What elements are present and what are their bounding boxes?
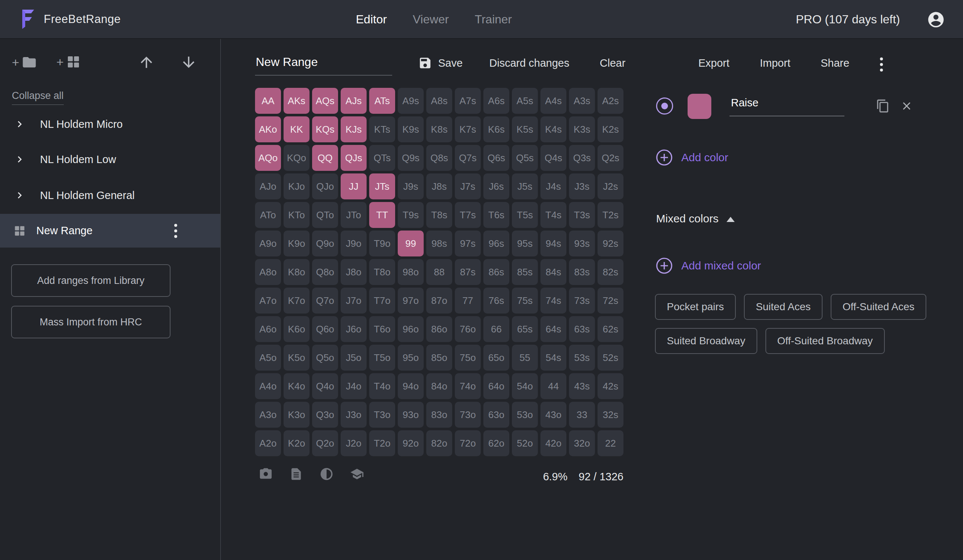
hand-cell-93s[interactable]: 93s <box>569 230 595 256</box>
hand-cell-QQ[interactable]: QQ <box>312 145 338 171</box>
hand-cell-84s[interactable]: 84s <box>540 259 566 285</box>
collapse-all-link[interactable]: Collapse all <box>12 90 64 105</box>
hand-cell-J4o[interactable]: J4o <box>340 373 366 399</box>
hand-cell-A7o[interactable]: A7o <box>255 288 281 314</box>
hand-cell-54s[interactable]: 54s <box>540 345 566 371</box>
hand-cell-J8o[interactable]: J8o <box>340 259 366 285</box>
hand-cell-A3o[interactable]: A3o <box>255 402 281 428</box>
hand-cell-A8s[interactable]: A8s <box>426 88 452 114</box>
hand-cell-A7s[interactable]: A7s <box>455 88 481 114</box>
hand-cell-74o[interactable]: 74o <box>455 373 481 399</box>
hand-cell-94s[interactable]: 94s <box>540 230 566 256</box>
hand-cell-A4o[interactable]: A4o <box>255 373 281 399</box>
hand-cell-43o[interactable]: 43o <box>540 402 566 428</box>
hand-cell-42s[interactable]: 42s <box>598 373 624 399</box>
hand-cell-K6s[interactable]: K6s <box>483 117 509 142</box>
hand-cell-72s[interactable]: 72s <box>598 288 624 314</box>
hand-cell-Q3s[interactable]: Q3s <box>569 145 595 171</box>
hand-cell-84o[interactable]: 84o <box>426 373 452 399</box>
hand-cell-K7o[interactable]: K7o <box>284 288 310 314</box>
hand-cell-64o[interactable]: 64o <box>483 373 509 399</box>
color-swatch[interactable] <box>687 94 711 119</box>
hand-cell-62o[interactable]: 62o <box>483 430 509 456</box>
hand-cell-85o[interactable]: 85o <box>426 345 452 371</box>
hand-cell-73o[interactable]: 73o <box>455 402 481 428</box>
hand-cell-J4s[interactable]: J4s <box>540 173 566 199</box>
hand-cell-J2o[interactable]: J2o <box>340 430 366 456</box>
move-down-button[interactable] <box>180 54 197 71</box>
mass-import-from-hrc-button[interactable]: Mass Import from HRC <box>11 306 170 338</box>
hand-cell-95s[interactable]: 95s <box>512 230 538 256</box>
discard-changes-button[interactable]: Discard changes <box>489 39 569 87</box>
hand-cell-62s[interactable]: 62s <box>598 316 624 342</box>
color-radio-button[interactable] <box>656 97 673 115</box>
hand-cell-KTo[interactable]: KTo <box>284 202 310 228</box>
hand-cell-KJs[interactable]: KJs <box>340 117 366 142</box>
hand-cell-QJo[interactable]: QJo <box>312 173 338 199</box>
hand-cell-44[interactable]: 44 <box>540 373 566 399</box>
hand-cell-J7s[interactable]: J7s <box>455 173 481 199</box>
hand-cell-Q6o[interactable]: Q6o <box>312 316 338 342</box>
hand-cell-32s[interactable]: 32s <box>598 402 624 428</box>
hand-cell-AA[interactable]: AA <box>255 88 281 114</box>
hand-cell-22[interactable]: 22 <box>598 430 624 456</box>
hand-cell-ATo[interactable]: ATo <box>255 202 281 228</box>
hand-cell-92s[interactable]: 92s <box>598 230 624 256</box>
save-button[interactable]: Save <box>418 39 463 87</box>
hand-cell-Q7o[interactable]: Q7o <box>312 288 338 314</box>
hand-cell-86o[interactable]: 86o <box>426 316 452 342</box>
range-menu-kebab-icon[interactable] <box>172 222 179 240</box>
sidebar-folder-nl-holdem-low[interactable]: NL Holdem Low <box>0 146 220 172</box>
hand-cell-Q4o[interactable]: Q4o <box>312 373 338 399</box>
hand-cell-QTs[interactable]: QTs <box>369 145 395 171</box>
hand-cell-96o[interactable]: 96o <box>398 316 424 342</box>
hand-cell-97o[interactable]: 97o <box>398 288 424 314</box>
hand-cell-K3s[interactable]: K3s <box>569 117 595 142</box>
add-color-button[interactable]: Add color <box>655 149 728 167</box>
add-folder-button[interactable]: + <box>12 55 37 70</box>
hand-cell-52s[interactable]: 52s <box>598 345 624 371</box>
hand-cell-83s[interactable]: 83s <box>569 259 595 285</box>
hand-cell-T6s[interactable]: T6s <box>483 202 509 228</box>
hand-cell-KQs[interactable]: KQs <box>312 117 338 142</box>
hand-cell-A2s[interactable]: A2s <box>598 88 624 114</box>
hand-cell-73s[interactable]: 73s <box>569 288 595 314</box>
hand-cell-K9o[interactable]: K9o <box>284 230 310 256</box>
mixed-colors-toggle[interactable]: Mixed colors <box>656 212 734 225</box>
hand-cell-74s[interactable]: 74s <box>540 288 566 314</box>
hand-cell-43s[interactable]: 43s <box>569 373 595 399</box>
hand-cell-KJo[interactable]: KJo <box>284 173 310 199</box>
hand-cell-A5o[interactable]: A5o <box>255 345 281 371</box>
hand-cell-86s[interactable]: 86s <box>483 259 509 285</box>
add-range-button[interactable]: + <box>56 55 81 69</box>
hand-cell-AJs[interactable]: AJs <box>340 88 366 114</box>
sidebar-folder-nl-holdem-micro[interactable]: NL Holdem Micro <box>0 111 220 137</box>
hand-cell-T4s[interactable]: T4s <box>540 202 566 228</box>
hand-cell-A5s[interactable]: A5s <box>512 88 538 114</box>
hand-cell-T6o[interactable]: T6o <box>369 316 395 342</box>
hand-cell-A9o[interactable]: A9o <box>255 230 281 256</box>
hand-cell-75o[interactable]: 75o <box>455 345 481 371</box>
hand-cell-QTo[interactable]: QTo <box>312 202 338 228</box>
hand-cell-Q7s[interactable]: Q7s <box>455 145 481 171</box>
account-icon[interactable] <box>927 10 945 29</box>
hand-cell-66[interactable]: 66 <box>483 316 509 342</box>
hand-cell-76s[interactable]: 76s <box>483 288 509 314</box>
remove-color-button[interactable] <box>900 100 913 113</box>
hand-cell-T5s[interactable]: T5s <box>512 202 538 228</box>
hand-cell-32o[interactable]: 32o <box>569 430 595 456</box>
hand-cell-55[interactable]: 55 <box>512 345 538 371</box>
hand-cell-Q9s[interactable]: Q9s <box>398 145 424 171</box>
hand-cell-Q8o[interactable]: Q8o <box>312 259 338 285</box>
hand-cell-T2s[interactable]: T2s <box>598 202 624 228</box>
hand-cell-A3s[interactable]: A3s <box>569 88 595 114</box>
tab-trainer[interactable]: Trainer <box>475 13 512 26</box>
hand-cell-Q3o[interactable]: Q3o <box>312 402 338 428</box>
hand-cell-96s[interactable]: 96s <box>483 230 509 256</box>
hand-cell-82s[interactable]: 82s <box>598 259 624 285</box>
hand-cell-K2o[interactable]: K2o <box>284 430 310 456</box>
hand-cell-AKo[interactable]: AKo <box>255 117 281 142</box>
hand-cell-T3o[interactable]: T3o <box>369 402 395 428</box>
hand-cell-JTo[interactable]: JTo <box>340 202 366 228</box>
hand-cell-53o[interactable]: 53o <box>512 402 538 428</box>
